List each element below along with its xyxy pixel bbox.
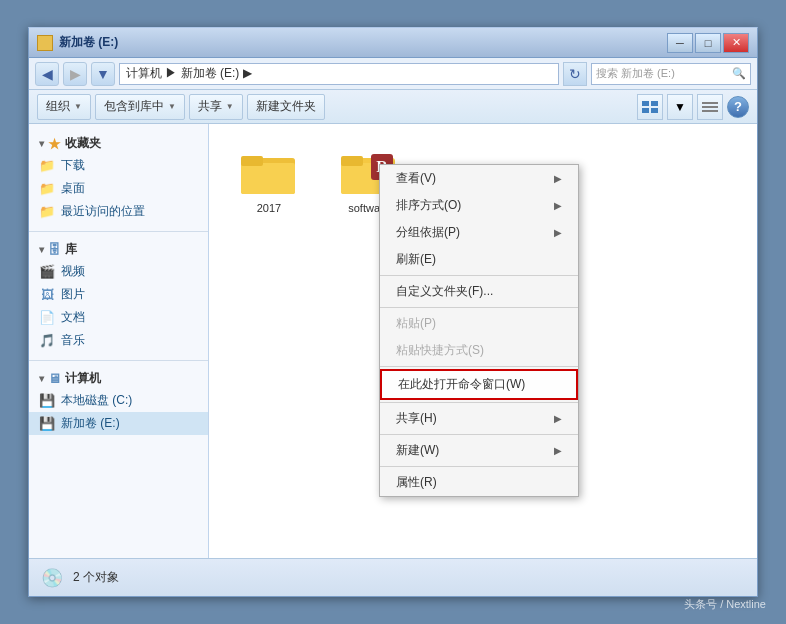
minimize-button[interactable]: ─ <box>667 33 693 53</box>
content-area: ▾ ★ 收藏夹 📁 下载 📁 桌面 📁 最近访问的位置 <box>29 124 757 558</box>
svg-rect-0 <box>642 101 649 106</box>
sidebar-item-localdisk[interactable]: 💾 本地磁盘 (C:) <box>29 389 208 412</box>
localdisk-label: 本地磁盘 (C:) <box>61 392 132 409</box>
svg-rect-6 <box>702 110 718 112</box>
desktop-folder-icon: 📁 <box>39 181 55 197</box>
sidebar-item-picture[interactable]: 🖼 图片 <box>29 283 208 306</box>
favorites-section: ▾ ★ 收藏夹 📁 下载 📁 桌面 📁 最近访问的位置 <box>29 130 208 223</box>
view-toggle-arrow[interactable]: ▼ <box>667 94 693 120</box>
sidebar-item-recent[interactable]: 📁 最近访问的位置 <box>29 200 208 223</box>
sidebar-item-desktop[interactable]: 📁 桌面 <box>29 177 208 200</box>
search-placeholder: 搜索 新加卷 (E:) <box>596 66 732 81</box>
ctx-sep-4 <box>380 402 578 403</box>
ctx-sep-6 <box>380 466 578 467</box>
share-arrow-icon: ▼ <box>226 102 234 111</box>
computer-section: ▾ 🖥 计算机 💾 本地磁盘 (C:) 💾 新加卷 (E:) <box>29 365 208 435</box>
dropdown-arrow-button[interactable]: ▼ <box>91 62 115 86</box>
title-bar: 新加卷 (E:) ─ □ ✕ <box>29 28 757 58</box>
svg-rect-4 <box>702 102 718 104</box>
context-menu: 查看(V) ▶ 排序方式(O) ▶ 分组依据(P) ▶ 刷新(E) 自定义文件夹… <box>379 164 579 497</box>
picture-icon: 🖼 <box>39 287 55 303</box>
library-arrow-icon: ▼ <box>168 102 176 111</box>
ctx-refresh[interactable]: 刷新(E) <box>380 246 578 273</box>
music-label: 音乐 <box>61 332 85 349</box>
video-label: 视频 <box>61 263 85 280</box>
close-button[interactable]: ✕ <box>723 33 749 53</box>
document-icon: 📄 <box>39 310 55 326</box>
ctx-open-cmd[interactable]: 在此处打开命令窗口(W) <box>380 369 578 400</box>
drive-status-icon: 💿 <box>41 567 63 589</box>
refresh-button[interactable]: ↻ <box>563 62 587 86</box>
ctx-share[interactable]: 共享(H) ▶ <box>380 405 578 432</box>
view-options-button[interactable] <box>637 94 663 120</box>
window-title: 新加卷 (E:) <box>59 34 118 51</box>
favorites-collapse-icon: ▾ <box>39 138 44 149</box>
favorites-label: 收藏夹 <box>65 135 101 152</box>
ctx-paste-shortcut: 粘贴快捷方式(S) <box>380 337 578 364</box>
search-icon[interactable]: 🔍 <box>732 67 746 80</box>
status-count-text: 2 个对象 <box>73 569 119 586</box>
svg-rect-3 <box>651 108 658 113</box>
newvol-label: 新加卷 (E:) <box>61 415 120 432</box>
ctx-view-arrow-icon: ▶ <box>554 173 562 184</box>
computer-header[interactable]: ▾ 🖥 计算机 <box>29 365 208 389</box>
library-header[interactable]: ▾ 🗄 库 <box>29 236 208 260</box>
address-bar: ◀ ▶ ▼ 计算机 ▶ 新加卷 (E:) ▶ ↻ 搜索 新加卷 (E:) 🔍 <box>29 58 757 90</box>
sidebar-divider-1 <box>29 231 208 232</box>
maximize-button[interactable]: □ <box>695 33 721 53</box>
share-button[interactable]: 共享 ▼ <box>189 94 243 120</box>
svg-rect-9 <box>241 163 295 194</box>
downloads-label: 下载 <box>61 157 85 174</box>
picture-label: 图片 <box>61 286 85 303</box>
ctx-new-arrow-icon: ▶ <box>554 445 562 456</box>
svg-rect-13 <box>341 156 363 166</box>
sidebar-item-downloads[interactable]: 📁 下载 <box>29 154 208 177</box>
sidebar-item-music[interactable]: 🎵 音乐 <box>29 329 208 352</box>
organize-arrow-icon: ▼ <box>74 102 82 111</box>
svg-rect-1 <box>651 101 658 106</box>
forward-button[interactable]: ▶ <box>63 62 87 86</box>
file-item-2017[interactable]: 2017 <box>229 144 309 218</box>
ctx-new[interactable]: 新建(W) ▶ <box>380 437 578 464</box>
file-area[interactable]: 2017 R software <box>209 124 757 558</box>
include-library-button[interactable]: 包含到库中 ▼ <box>95 94 185 120</box>
window-icon <box>37 35 53 51</box>
library-icon: 🗄 <box>48 242 61 257</box>
ctx-sep-1 <box>380 275 578 276</box>
ctx-sep-2 <box>380 307 578 308</box>
sidebar-item-video[interactable]: 🎬 视频 <box>29 260 208 283</box>
new-folder-button[interactable]: 新建文件夹 <box>247 94 325 120</box>
ctx-properties[interactable]: 属性(R) <box>380 469 578 496</box>
watermark: 头条号 / Nextline <box>684 597 766 612</box>
svg-rect-5 <box>702 106 718 108</box>
ctx-sort[interactable]: 排序方式(O) ▶ <box>380 192 578 219</box>
library-label: 库 <box>65 241 77 258</box>
ctx-group-arrow-icon: ▶ <box>554 227 562 238</box>
ctx-sep-5 <box>380 434 578 435</box>
ctx-group[interactable]: 分组依据(P) ▶ <box>380 219 578 246</box>
status-bar: 💿 2 个对象 <box>29 558 757 596</box>
music-icon: 🎵 <box>39 333 55 349</box>
ctx-customize[interactable]: 自定义文件夹(F)... <box>380 278 578 305</box>
folder-2017-icon <box>239 148 299 198</box>
desktop-label: 桌面 <box>61 180 85 197</box>
downloads-folder-icon: 📁 <box>39 158 55 174</box>
svg-rect-2 <box>642 108 649 113</box>
ctx-sep-3 <box>380 366 578 367</box>
help-button[interactable]: ? <box>727 96 749 118</box>
folder-2017-label: 2017 <box>257 202 281 214</box>
ctx-paste: 粘贴(P) <box>380 310 578 337</box>
computer-collapse-icon: ▾ <box>39 373 44 384</box>
library-section: ▾ 🗄 库 🎬 视频 🖼 图片 📄 文档 🎵 <box>29 236 208 352</box>
breadcrumb[interactable]: 计算机 ▶ 新加卷 (E:) ▶ <box>119 63 559 85</box>
ctx-view[interactable]: 查看(V) ▶ <box>380 165 578 192</box>
sidebar-divider-2 <box>29 360 208 361</box>
view-list-button[interactable] <box>697 94 723 120</box>
organize-button[interactable]: 组织 ▼ <box>37 94 91 120</box>
search-bar[interactable]: 搜索 新加卷 (E:) 🔍 <box>591 63 751 85</box>
back-button[interactable]: ◀ <box>35 62 59 86</box>
favorites-header[interactable]: ▾ ★ 收藏夹 <box>29 130 208 154</box>
sidebar-item-newvol[interactable]: 💾 新加卷 (E:) <box>29 412 208 435</box>
sidebar-item-document[interactable]: 📄 文档 <box>29 306 208 329</box>
ctx-sort-arrow-icon: ▶ <box>554 200 562 211</box>
